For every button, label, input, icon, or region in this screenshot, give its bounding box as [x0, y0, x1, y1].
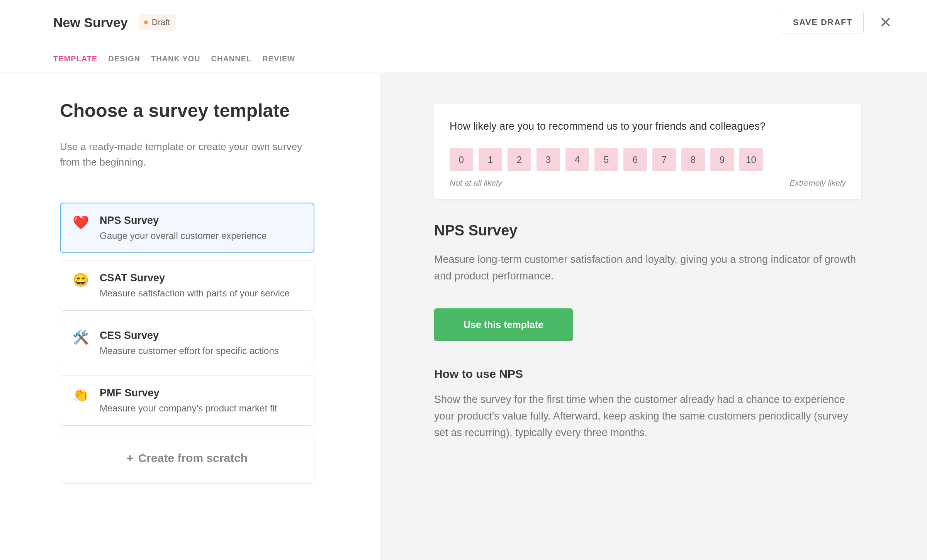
main: Choose a survey template Use a ready-mad…: [0, 73, 927, 560]
card-desc: Gauge your overall customer experience: [100, 230, 302, 241]
score-2[interactable]: 2: [508, 148, 531, 171]
score-1[interactable]: 1: [479, 148, 502, 171]
score-labels: Not at all likely Extremely likely: [450, 178, 846, 188]
template-card-nps[interactable]: ❤️ NPS Survey Gauge your overall custome…: [60, 203, 314, 253]
score-low-label: Not at all likely: [450, 178, 502, 188]
status-label: Draft: [152, 17, 170, 27]
template-card-ces[interactable]: 🛠️ CES Survey Measure customer effort fo…: [60, 318, 314, 368]
smile-icon: 😄: [73, 272, 89, 288]
heart-icon: ❤️: [73, 215, 89, 230]
status-badge: Draft: [139, 14, 177, 30]
score-5[interactable]: 5: [594, 148, 618, 171]
howto-title: How to use NPS: [434, 367, 861, 381]
card-title: PMF Survey: [100, 387, 302, 399]
header-left: New Survey Draft: [53, 14, 176, 30]
tab-thank-you[interactable]: THANK YOU: [151, 45, 200, 73]
template-card-pmf[interactable]: 👏 PMF Survey Measure your company's prod…: [60, 375, 314, 426]
tab-template[interactable]: TEMPLATE: [53, 45, 97, 73]
close-icon[interactable]: ✕: [879, 15, 892, 30]
page-title: New Survey: [53, 15, 128, 30]
choose-template-heading: Choose a survey template: [60, 100, 314, 121]
card-body: CSAT Survey Measure satisfaction with pa…: [100, 272, 302, 299]
clap-icon: 👏: [73, 387, 89, 403]
card-title: CES Survey: [100, 330, 302, 342]
score-9[interactable]: 9: [710, 148, 734, 171]
card-body: CES Survey Measure customer effort for s…: [100, 330, 302, 356]
score-6[interactable]: 6: [623, 148, 647, 171]
score-3[interactable]: 3: [537, 148, 560, 171]
template-detail-title: NPS Survey: [434, 222, 861, 239]
tools-icon: 🛠️: [73, 330, 89, 345]
card-body: PMF Survey Measure your company's produc…: [100, 387, 302, 414]
card-desc: Measure satisfaction with parts of your …: [100, 288, 302, 299]
save-draft-button[interactable]: SAVE DRAFT: [782, 11, 864, 34]
score-10[interactable]: 10: [739, 148, 763, 171]
left-pane: Choose a survey template Use a ready-mad…: [0, 73, 380, 560]
score-7[interactable]: 7: [652, 148, 676, 171]
status-dot-icon: [144, 20, 148, 24]
create-from-scratch-button[interactable]: + Create from scratch: [60, 433, 314, 484]
score-row: 0 1 2 3 4 5 6 7 8 9 10: [450, 148, 846, 171]
score-4[interactable]: 4: [565, 148, 589, 171]
score-0[interactable]: 0: [450, 148, 473, 171]
header: New Survey Draft SAVE DRAFT ✕: [0, 0, 927, 45]
tabs: TEMPLATE DESIGN THANK YOU CHANNEL REVIEW: [0, 45, 927, 73]
choose-template-sub: Use a ready-made template or create your…: [60, 139, 307, 170]
header-right: SAVE DRAFT ✕: [782, 11, 892, 34]
preview-question: How likely are you to recommend us to yo…: [450, 118, 846, 134]
survey-preview: How likely are you to recommend us to yo…: [434, 104, 861, 199]
use-template-button[interactable]: Use this template: [434, 308, 573, 341]
plus-icon: +: [127, 452, 134, 464]
right-pane: How likely are you to recommend us to yo…: [380, 73, 927, 560]
card-title: CSAT Survey: [100, 272, 302, 284]
card-body: NPS Survey Gauge your overall customer e…: [100, 215, 302, 241]
tab-design[interactable]: DESIGN: [108, 45, 140, 73]
tab-review[interactable]: REVIEW: [262, 45, 295, 73]
tab-channel[interactable]: CHANNEL: [211, 45, 252, 73]
scratch-label: Create from scratch: [138, 452, 248, 464]
howto-body: Show the survey for the first time when …: [434, 391, 861, 442]
card-desc: Measure your company's product market fi…: [100, 403, 302, 414]
card-desc: Measure customer effort for specific act…: [100, 345, 302, 356]
score-8[interactable]: 8: [681, 148, 705, 171]
score-high-label: Extremely likely: [789, 178, 846, 188]
template-card-csat[interactable]: 😄 CSAT Survey Measure satisfaction with …: [60, 260, 314, 311]
template-detail-desc: Measure long-term customer satisfaction …: [434, 251, 861, 284]
card-title: NPS Survey: [100, 215, 302, 227]
